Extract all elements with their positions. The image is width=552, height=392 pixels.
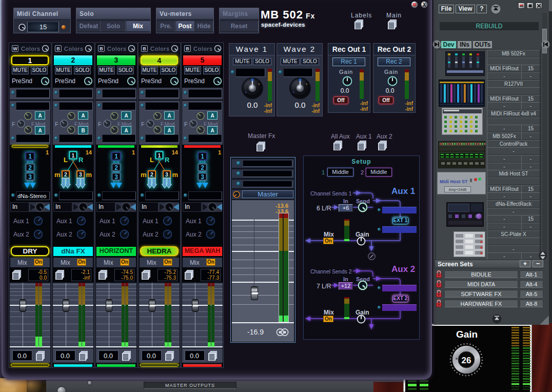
svg-text:1: 1 bbox=[28, 153, 32, 160]
svg-text:1: 1 bbox=[114, 153, 118, 160]
svg-text:1: 1 bbox=[72, 152, 75, 159]
svg-text:m: m bbox=[141, 171, 147, 179]
svg-text:m: m bbox=[172, 171, 179, 179]
svg-text:m: m bbox=[54, 171, 61, 179]
svg-text:X: X bbox=[423, 2, 426, 8]
svg-text:2: 2 bbox=[150, 171, 153, 178]
svg-text:2: 2 bbox=[64, 171, 67, 178]
svg-text:m: m bbox=[86, 171, 92, 179]
svg-text:1: 1 bbox=[158, 152, 161, 159]
svg-text:3: 3 bbox=[114, 173, 118, 181]
svg-text:26: 26 bbox=[462, 356, 471, 365]
svg-text:L: L bbox=[64, 156, 68, 164]
svg-text:3: 3 bbox=[201, 173, 204, 181]
svg-text:3: 3 bbox=[79, 171, 82, 178]
svg-text:R: R bbox=[165, 156, 170, 164]
svg-text:3: 3 bbox=[165, 171, 168, 178]
svg-text:2: 2 bbox=[201, 164, 204, 171]
svg-text:2: 2 bbox=[114, 164, 118, 171]
svg-text:L: L bbox=[150, 156, 154, 164]
svg-text:3: 3 bbox=[28, 173, 32, 181]
svg-text:1: 1 bbox=[201, 153, 204, 160]
svg-text:R: R bbox=[78, 156, 84, 164]
svg-text:2: 2 bbox=[28, 164, 32, 171]
